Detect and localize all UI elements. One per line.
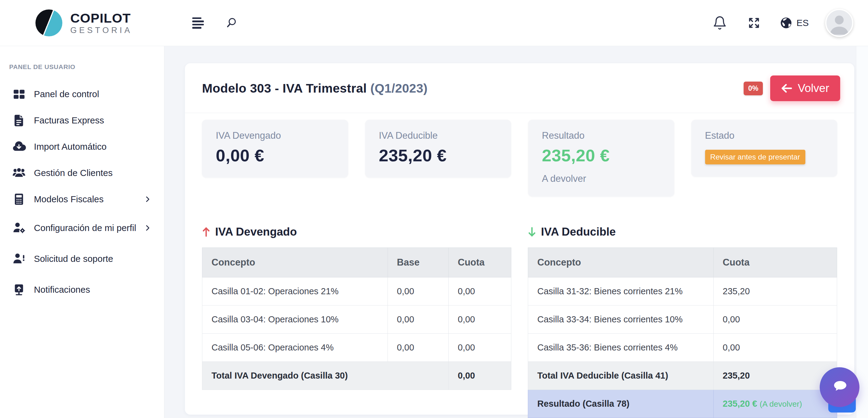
sidebar-item-label: Modelos Fiscales [34, 194, 103, 204]
calculator-icon [12, 192, 26, 206]
summary-card-label: Estado [705, 130, 824, 141]
chevron-right-icon [143, 195, 152, 203]
hamburger-icon [192, 18, 202, 19]
summary-card-iva-deducible: IVA Deducible 235,20 € [365, 120, 511, 178]
summary-cards-row: IVA Devengado 0,00 € IVA Deducible 235,2… [185, 113, 854, 196]
clients-icon [12, 166, 26, 180]
sidebar-section-label: PANEL DE USUARIO [9, 63, 164, 71]
cloud-download-icon [12, 140, 26, 154]
summary-card-value: 235,20 € [379, 146, 498, 165]
summary-card-label: Resultado [542, 130, 660, 141]
card-header: Modelo 303 - IVA Trimestral (Q1/2023) 0%… [185, 63, 854, 113]
sidebar-item-import-automatico[interactable]: Import Automático [0, 133, 164, 160]
deducible-section: IVA Deducible Concepto Cuota Casilla 31-… [528, 225, 837, 418]
bell-icon [712, 15, 727, 30]
monitor-upload-icon [12, 283, 26, 297]
column-header-base: Base [388, 248, 448, 278]
result-note: (A devolver) [760, 399, 802, 409]
globe-icon [780, 17, 793, 29]
sidebar-menu: Panel de control Facturas Express Import… [0, 81, 164, 305]
table-row: Casilla 03-04: Operaciones 10% 0,00 0,00 [202, 306, 511, 334]
sidebar-item-label: Configuración de mi perfil [34, 223, 136, 233]
chevron-right-icon [143, 224, 152, 232]
table-row: Casilla 05-06: Operaciones 4% 0,00 0,00 [202, 334, 511, 362]
devengado-title: IVA Devengado [215, 225, 297, 238]
column-header-concepto: Concepto [202, 248, 388, 278]
topbar: COPILOT GESTORIA [0, 0, 868, 46]
chat-bubble-icon [830, 378, 850, 396]
sidebar-item-panel-de-control[interactable]: Panel de control [0, 81, 164, 107]
column-header-cuota: Cuota [713, 248, 837, 278]
arrow-up-icon [202, 226, 210, 237]
user-avatar[interactable] [825, 9, 853, 37]
avatar-placeholder-icon [827, 10, 852, 36]
devengado-table: Concepto Base Cuota Casilla 01-02: Opera… [202, 248, 511, 390]
table-row: Casilla 01-02: Operaciones 21% 0,00 0,00 [202, 278, 511, 306]
language-label: ES [797, 18, 809, 28]
scrollbar-track[interactable] [856, 46, 868, 418]
user-gear-icon [12, 221, 26, 235]
sidebar-item-solicitud-soporte[interactable]: Solicitud de soporte [0, 243, 164, 274]
brand-name: COPILOT [70, 11, 132, 25]
modelo-303-card: Modelo 303 - IVA Trimestral (Q1/2023) 0%… [185, 63, 854, 415]
summary-card-note: A devolver [542, 173, 660, 184]
result-value: 235,20 € [723, 399, 757, 409]
notifications-button[interactable] [712, 15, 727, 30]
deducible-title: IVA Deducible [541, 225, 616, 238]
back-button[interactable]: Volver [770, 75, 840, 101]
progress-badge: 0% [744, 82, 763, 95]
column-header-cuota: Cuota [448, 248, 511, 278]
brand-subtitle: GESTORIA [70, 26, 132, 35]
result-row: Resultado (Casilla 78) 235,20 € (A devol… [528, 390, 837, 418]
brand-logo-icon [35, 9, 62, 36]
sidebar-item-label: Panel de control [34, 89, 99, 99]
sidebar-item-configuracion-perfil[interactable]: Configuración de mi perfil [0, 212, 164, 243]
sidebar-item-label: Import Automático [34, 141, 107, 152]
chat-widget-button[interactable] [820, 367, 860, 407]
arrow-down-icon [528, 226, 536, 237]
summary-card-estado: Estado Revisar antes de presentar [691, 120, 837, 176]
sidebar-item-notificaciones[interactable]: Notificaciones [0, 274, 164, 305]
invoice-icon [12, 114, 26, 127]
summary-card-value: 0,00 € [216, 146, 334, 165]
search-button[interactable] [225, 17, 238, 29]
grid-icon [12, 87, 26, 101]
main-content: Modelo 303 - IVA Trimestral (Q1/2023) 0%… [165, 46, 868, 418]
menu-toggle-button[interactable] [192, 18, 206, 29]
brand-logo[interactable]: COPILOT GESTORIA [35, 9, 132, 36]
summary-card-resultado: Resultado 235,20 € A devolver [528, 120, 674, 196]
page-period: (Q1/2023) [370, 81, 428, 95]
fullscreen-button[interactable] [747, 16, 761, 30]
page-title: Modelo 303 - IVA Trimestral (Q1/2023) [202, 81, 428, 96]
sidebar-item-gestion-de-clientes[interactable]: Gestión de Clientes [0, 160, 164, 186]
sidebar-item-modelos-fiscales[interactable]: Modelos Fiscales [0, 186, 164, 212]
sidebar-item-label: Facturas Express [34, 115, 104, 126]
language-selector[interactable]: ES [780, 17, 809, 29]
devengado-heading: IVA Devengado [202, 225, 511, 238]
tables-row: IVA Devengado Concepto Base Cuota Casill… [185, 196, 854, 418]
user-exclamation-icon [12, 252, 26, 266]
total-row: Total IVA Devengado (Casilla 30) 0,00 [202, 362, 511, 390]
sidebar-item-label: Gestión de Clientes [34, 168, 113, 178]
column-header-concepto: Concepto [528, 248, 714, 278]
deducible-table: Concepto Cuota Casilla 31-32: Bienes cor… [528, 248, 837, 418]
sidebar: PANEL DE USUARIO Panel de control Factur… [0, 46, 164, 418]
summary-card-label: IVA Deducible [379, 130, 498, 141]
fullscreen-icon [747, 16, 761, 30]
status-badge: Revisar antes de presentar [705, 150, 805, 164]
summary-card-iva-devengado: IVA Devengado 0,00 € [202, 120, 348, 178]
sidebar-item-label: Solicitud de soporte [34, 254, 113, 264]
deducible-heading: IVA Deducible [528, 225, 837, 238]
table-row: Casilla 33-34: Bienes corrientes 10% 0,0… [528, 306, 837, 334]
sidebar-item-facturas-express[interactable]: Facturas Express [0, 107, 164, 133]
sidebar-item-label: Notificaciones [34, 285, 90, 295]
summary-card-value: 235,20 € [542, 146, 660, 165]
total-row: Total IVA Deducible (Casilla 41) 235,20 [528, 362, 837, 390]
table-row: Casilla 35-36: Bienes corrientes 4% 0,00 [528, 334, 837, 362]
table-row: Casilla 31-32: Bienes corrientes 21% 235… [528, 278, 837, 306]
arrow-left-icon [781, 84, 792, 93]
summary-card-label: IVA Devengado [216, 130, 334, 141]
search-icon [225, 17, 238, 29]
devengado-section: IVA Devengado Concepto Base Cuota Casill… [202, 225, 511, 418]
